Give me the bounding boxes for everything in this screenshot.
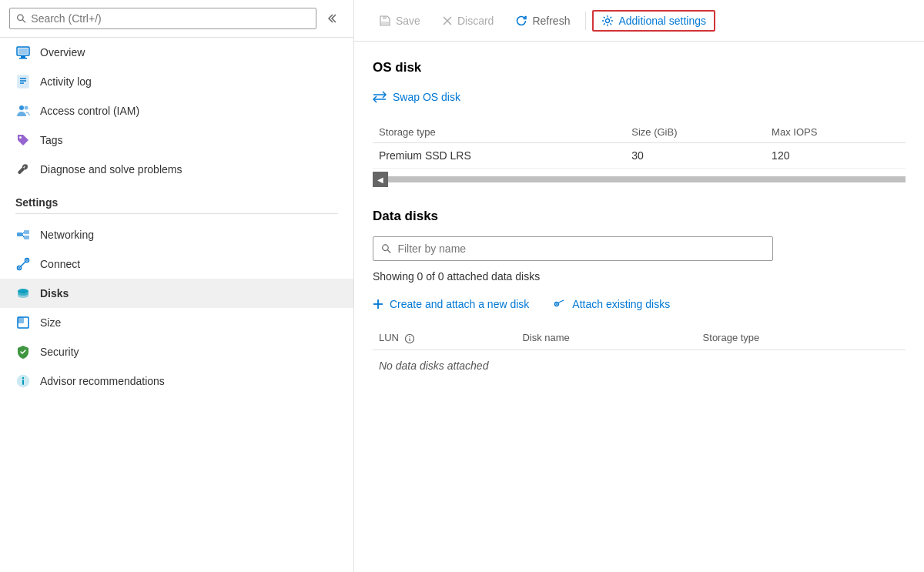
settings-section-label: Settings <box>0 184 353 213</box>
os-disk-table-wrapper: Storage type Size (GiB) Max IOPS Premium… <box>373 122 906 169</box>
svg-rect-30 <box>383 16 387 19</box>
svg-rect-31 <box>381 22 389 25</box>
attach-icon <box>554 299 566 309</box>
scroll-left-button[interactable]: ◀ <box>373 172 388 187</box>
sidebar-item-activity-log[interactable]: Activity log <box>0 67 353 96</box>
plus-icon <box>373 299 383 309</box>
sidebar-item-overview[interactable]: Overview <box>0 38 353 67</box>
toolbar-divider <box>585 12 586 30</box>
svg-point-37 <box>383 245 389 251</box>
os-disk-title: OS disk <box>373 60 906 75</box>
sidebar-label-diagnose: Diagnose and solve problems <box>40 163 182 176</box>
sidebar-item-networking[interactable]: Networking <box>0 220 353 249</box>
svg-point-13 <box>19 136 22 139</box>
info-icon <box>405 334 414 343</box>
sidebar-item-iam[interactable]: Access control (IAM) <box>0 96 353 125</box>
swap-os-disk-label: Swap OS disk <box>393 91 460 103</box>
col-max-iops: Max IOPS <box>765 122 906 143</box>
svg-rect-3 <box>21 56 25 58</box>
data-disks-section: Data disks Showing 0 of 0 attached data … <box>373 209 906 381</box>
save-button[interactable]: Save <box>370 10 430 32</box>
svg-rect-4 <box>19 58 27 59</box>
security-icon <box>15 344 31 360</box>
search-input-wrapper[interactable] <box>9 8 316 29</box>
no-data-row: No data disks attached <box>373 350 906 382</box>
collapse-button[interactable] <box>323 8 344 29</box>
cell-max-iops: 120 <box>765 143 906 169</box>
refresh-label: Refresh <box>532 15 570 27</box>
svg-rect-6 <box>18 49 28 54</box>
sidebar-label-connect: Connect <box>40 258 80 270</box>
no-data-text: No data disks attached <box>373 350 906 382</box>
wrench-icon <box>15 162 31 177</box>
settings-divider <box>15 213 338 214</box>
filter-input-wrapper[interactable] <box>373 236 773 261</box>
size-icon <box>15 315 31 330</box>
svg-rect-15 <box>24 230 29 234</box>
save-icon <box>379 15 391 27</box>
people-icon <box>15 103 31 119</box>
sidebar-item-size[interactable]: Size <box>0 308 353 337</box>
filter-input[interactable] <box>397 243 765 255</box>
sidebar-item-disks[interactable]: Disks <box>0 279 353 308</box>
scroll-track <box>388 176 906 182</box>
sidebar-label-activity-log: Activity log <box>40 75 92 88</box>
sidebar-label-networking: Networking <box>40 229 94 241</box>
table-row: Premium SSD LRS 30 120 <box>373 143 906 169</box>
svg-line-21 <box>21 262 25 266</box>
col-disk-name: Disk name <box>516 326 696 350</box>
sidebar-label-disks: Disks <box>40 287 69 299</box>
svg-rect-26 <box>18 317 24 323</box>
search-icon <box>16 13 26 24</box>
save-label: Save <box>396 15 420 27</box>
sidebar-label-security: Security <box>40 346 79 358</box>
additional-settings-button[interactable]: Additional settings <box>592 10 715 32</box>
toolbar: Save Discard Refresh Additional settings <box>354 0 924 42</box>
showing-count: Showing 0 of 0 attached data disks <box>373 270 906 283</box>
sidebar-item-tags[interactable]: Tags <box>0 125 353 155</box>
data-disks-table: LUN Disk name Storage type No <box>373 326 906 381</box>
svg-point-45 <box>409 336 410 337</box>
data-disks-title: Data disks <box>373 209 906 224</box>
svg-line-38 <box>387 250 390 253</box>
discard-button[interactable]: Discard <box>433 10 503 32</box>
sidebar-item-security[interactable]: Security <box>0 337 353 366</box>
svg-point-43 <box>556 303 557 305</box>
tag-icon <box>15 132 31 148</box>
monitor-icon <box>15 45 31 60</box>
discard-icon <box>442 15 453 26</box>
svg-line-1 <box>22 20 25 23</box>
sidebar-label-size: Size <box>40 316 61 329</box>
cell-size: 30 <box>625 143 765 169</box>
svg-point-12 <box>25 106 28 110</box>
sidebar-label-iam: Access control (IAM) <box>40 105 139 117</box>
attach-existing-button[interactable]: Attach existing disks <box>554 298 670 310</box>
svg-point-28 <box>22 377 24 379</box>
cell-storage-type: Premium SSD LRS <box>373 143 625 169</box>
sidebar-item-advisor[interactable]: Advisor recommendations <box>0 366 353 396</box>
refresh-button[interactable]: Refresh <box>506 10 579 32</box>
search-input[interactable] <box>31 12 310 25</box>
svg-rect-14 <box>17 232 22 236</box>
col-storage-type-data: Storage type <box>697 326 906 350</box>
filter-search-icon <box>381 243 391 254</box>
log-icon <box>15 74 31 89</box>
col-storage-type: Storage type <box>373 122 625 143</box>
sidebar-item-diagnose[interactable]: Diagnose and solve problems <box>0 155 353 184</box>
col-size: Size (GiB) <box>625 122 765 143</box>
svg-rect-7 <box>18 75 28 88</box>
swap-os-disk-button[interactable]: Swap OS disk <box>373 88 906 106</box>
svg-line-18 <box>22 235 24 238</box>
sidebar-item-connect[interactable]: Connect <box>0 249 353 279</box>
svg-point-0 <box>18 15 23 20</box>
svg-point-23 <box>26 259 28 261</box>
additional-settings-label: Additional settings <box>618 15 706 27</box>
sidebar-label-overview: Overview <box>40 46 85 59</box>
swap-icon <box>373 91 387 103</box>
networking-icon <box>15 227 31 243</box>
svg-point-22 <box>18 267 20 269</box>
attach-existing-label: Attach existing disks <box>572 298 670 310</box>
disks-icon <box>15 286 31 301</box>
create-attach-disk-button[interactable]: Create and attach a new disk <box>373 298 529 310</box>
os-disk-table: Storage type Size (GiB) Max IOPS Premium… <box>373 122 906 169</box>
